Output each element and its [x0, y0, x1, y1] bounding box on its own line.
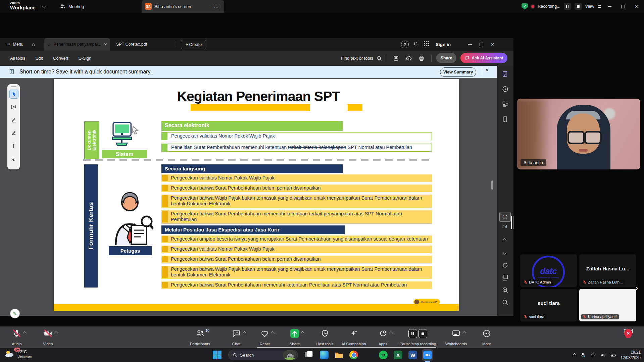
view-layout-icon[interactable]: [598, 5, 601, 8]
chevron-up-icon[interactable]: [54, 331, 58, 335]
notifications-bell-icon[interactable]: [413, 41, 419, 47]
share-button[interactable]: Share: [436, 53, 456, 63]
chevron-up-icon[interactable]: [23, 331, 27, 335]
tab-options-icon[interactable]: ...: [212, 4, 221, 9]
tab-shared-screen[interactable]: SA Sitta arifin's screen ...: [142, 0, 224, 13]
sign-icon[interactable]: [9, 155, 18, 163]
find-text-button[interactable]: Find text or tools: [341, 51, 382, 66]
pages-icon[interactable]: [502, 274, 509, 281]
start-button[interactable]: [213, 351, 221, 359]
panel-resize-handle[interactable]: [511, 216, 514, 229]
taskbar-app-chrome[interactable]: [349, 350, 358, 360]
battery-icon[interactable]: [610, 352, 616, 358]
workspace-chevron-icon[interactable]: [42, 4, 46, 8]
draw-icon[interactable]: [9, 129, 18, 137]
task-view-button[interactable]: [305, 351, 313, 359]
taskbar-app-edge[interactable]: [319, 350, 329, 360]
audio-button[interactable]: Audio: [5, 328, 29, 346]
end-button[interactable]: ✕ End: [620, 328, 637, 346]
chat-button[interactable]: Chat: [224, 328, 248, 346]
acrobat-minimize-button[interactable]: [465, 38, 475, 51]
print-icon[interactable]: [418, 55, 425, 61]
esign-tab[interactable]: E-Sign: [78, 56, 91, 61]
react-button[interactable]: React: [252, 328, 277, 346]
apps-grid-icon[interactable]: [424, 41, 429, 46]
ask-ai-assistant-button[interactable]: Ask AI Assistant: [460, 53, 507, 63]
chevron-up-icon[interactable]: [242, 331, 246, 335]
mic-in-use-icon[interactable]: [580, 352, 586, 358]
dismiss-notice-icon[interactable]: ✕: [485, 68, 489, 73]
refresh-icon[interactable]: [502, 262, 509, 269]
view-label[interactable]: View: [585, 4, 594, 9]
participant-tile[interactable]: suci tiarasuci tiara: [520, 289, 577, 321]
edit-tab[interactable]: Edit: [36, 56, 43, 61]
taskbar-app-word[interactable]: W: [408, 350, 417, 360]
host-tools-button[interactable]: Host tools: [308, 328, 342, 346]
document-tab-active[interactable]: ☆ Penerimaan penyampai... ✕: [44, 38, 110, 51]
chevron-up-icon[interactable]: [301, 331, 304, 335]
current-page-indicator[interactable]: 12: [499, 212, 511, 222]
ai-summary-icon[interactable]: [502, 70, 509, 77]
chevron-up-icon[interactable]: [462, 331, 466, 335]
document-tab-inactive[interactable]: SPT Coretax.pdf: [113, 38, 150, 51]
sign-in-button[interactable]: Sign in: [436, 38, 451, 51]
taskbar-app-spotify[interactable]: [379, 350, 388, 360]
convert-tab[interactable]: Convert: [53, 56, 68, 61]
acrobat-restore-button[interactable]: [476, 38, 486, 51]
gallery-next-icon[interactable]: ›: [636, 284, 642, 293]
pause-recording-button[interactable]: [564, 3, 571, 10]
chevron-down-icon[interactable]: [502, 249, 509, 256]
highlight-icon[interactable]: [9, 116, 18, 124]
acrobat-close-button[interactable]: ✕: [488, 38, 498, 51]
page-thumbnails-icon[interactable]: [502, 101, 509, 108]
taskbar-app-excel[interactable]: X: [393, 350, 403, 360]
more-button[interactable]: More: [477, 328, 496, 346]
participants-button[interactable]: 10Participants: [184, 328, 216, 346]
edit-pencil-button[interactable]: ✎: [10, 309, 20, 318]
close-button[interactable]: ✕: [631, 0, 641, 13]
recording-button[interactable]: Pause/stop recording: [395, 328, 440, 346]
wifi-icon[interactable]: [590, 352, 596, 358]
participant-tile[interactable]: datcDwi Achmad Tax ConsultingDATC Admin: [520, 254, 577, 287]
zoom-out-icon[interactable]: [502, 299, 509, 306]
help-button[interactable]: ?: [401, 41, 409, 48]
taskbar-app-folder[interactable]: [334, 350, 344, 360]
view-summary-button[interactable]: View Summary: [440, 67, 476, 77]
text-select-icon[interactable]: [9, 142, 18, 150]
close-tab-icon[interactable]: ✕: [104, 42, 107, 47]
all-tools-tab[interactable]: All tools: [10, 56, 26, 61]
whiteboards-button[interactable]: Whiteboards: [440, 328, 473, 346]
drag-handle[interactable]: [11, 86, 16, 87]
star-icon[interactable]: ☆: [47, 42, 51, 47]
speaker-icon[interactable]: [600, 352, 606, 358]
tray-expand-icon[interactable]: [573, 353, 576, 357]
taskbar-app-zoom[interactable]: [423, 350, 432, 360]
taskbar-weather[interactable]: 9+ 22°C Berawan: [4, 349, 32, 359]
minimize-button[interactable]: [604, 0, 614, 13]
participant-tile[interactable]: Karina apriliyanti: [579, 289, 636, 321]
video-button[interactable]: Video: [35, 328, 61, 346]
scrollbar-thumb[interactable]: [491, 180, 493, 190]
maximize-button[interactable]: [618, 0, 628, 13]
security-shield-icon[interactable]: ✓: [522, 3, 528, 10]
add-comment-icon[interactable]: [9, 103, 18, 111]
save-icon[interactable]: [393, 55, 399, 61]
clock-icon[interactable]: [502, 86, 509, 93]
speaker-video-tile[interactable]: Sitta arifin: [517, 99, 640, 169]
tab-meeting[interactable]: Meeting: [60, 0, 84, 13]
participant-tile[interactable]: Zalfah Hasna Lu...Zalfah Hasna Luth...: [579, 254, 636, 287]
share-button[interactable]: Share: [282, 328, 307, 346]
taskbar-search[interactable]: Search: [228, 350, 298, 360]
stop-recording-button[interactable]: [575, 3, 582, 10]
zoom-in-icon[interactable]: [502, 287, 509, 294]
bookmark-icon[interactable]: [502, 116, 509, 123]
ai-companion-button[interactable]: AI Companion: [337, 328, 370, 346]
chevron-up-icon[interactable]: [502, 237, 509, 244]
cloud-upload-icon[interactable]: [406, 55, 412, 61]
elephant-image[interactable]: [283, 350, 296, 360]
chevron-up-icon[interactable]: [389, 331, 393, 335]
home-button[interactable]: ⌂: [32, 38, 35, 51]
taskbar-clock[interactable]: 19.21 12/08/2025: [621, 350, 641, 360]
apps-button[interactable]: Apps: [372, 328, 394, 346]
chevron-up-icon[interactable]: [271, 331, 275, 335]
